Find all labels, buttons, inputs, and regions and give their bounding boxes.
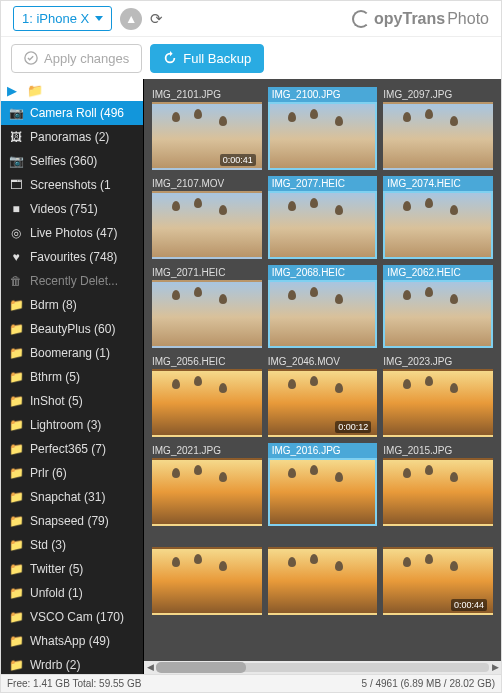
- album-icon: 📁: [9, 490, 23, 504]
- album-label: Twitter (5): [30, 562, 83, 576]
- eject-icon[interactable]: ▲: [120, 8, 142, 30]
- sidebar-item[interactable]: 📁Prlr (6): [1, 461, 143, 485]
- device-tab-icon[interactable]: ▶: [7, 83, 17, 98]
- photo-thumb[interactable]: IMG_2056.HEIC: [152, 354, 262, 437]
- album-label: WhatsApp (49): [30, 634, 110, 648]
- album-label: Selfies (360): [30, 154, 97, 168]
- sidebar-item[interactable]: 📁BeautyPlus (60): [1, 317, 143, 341]
- device-label: 1: iPhone X: [22, 11, 89, 26]
- refresh-icon[interactable]: ⟳: [150, 10, 163, 28]
- sidebar-item[interactable]: 📁Bthrm (5): [1, 365, 143, 389]
- photo-thumb[interactable]: IMG_2100.JPG: [268, 87, 378, 170]
- album-icon: 📁: [9, 442, 23, 456]
- sidebar-item[interactable]: 📁InShot (5): [1, 389, 143, 413]
- sidebar-item[interactable]: 📁VSCO Cam (170): [1, 605, 143, 629]
- photo-thumb[interactable]: IMG_2077.HEIC: [268, 176, 378, 259]
- backup-label: Full Backup: [183, 51, 251, 66]
- photo-image: [268, 102, 378, 170]
- album-icon: 🗔: [9, 178, 23, 192]
- photo-thumb[interactable]: IMG_2107.MOV: [152, 176, 262, 259]
- sidebar-item[interactable]: 📁Std (3): [1, 533, 143, 557]
- album-label: VSCO Cam (170): [30, 610, 124, 624]
- sidebar-item[interactable]: 📁Twitter (5): [1, 557, 143, 581]
- sidebar-item[interactable]: 🗔Screenshots (1: [1, 173, 143, 197]
- photo-filename: IMG_2101.JPG: [152, 87, 262, 102]
- album-icon: 📁: [9, 514, 23, 528]
- scroll-handle[interactable]: [156, 662, 246, 673]
- album-icon: 📁: [9, 418, 23, 432]
- device-selector[interactable]: 1: iPhone X: [13, 6, 112, 31]
- album-label: Perfect365 (7): [30, 442, 106, 456]
- video-duration: 0:00:41: [220, 154, 256, 166]
- pc-tab-icon[interactable]: 📁: [27, 83, 43, 98]
- full-backup-button[interactable]: Full Backup: [150, 44, 264, 73]
- sidebar-item[interactable]: 🖼Panoramas (2): [1, 125, 143, 149]
- sidebar-item[interactable]: 📁Boomerang (1): [1, 341, 143, 365]
- photo-image: [268, 280, 378, 348]
- photo-image: [152, 458, 262, 526]
- album-icon: 📁: [9, 346, 23, 360]
- photo-thumb[interactable]: IMG_2016.JPG: [268, 443, 378, 526]
- backup-icon: [163, 51, 177, 65]
- photo-image: [268, 191, 378, 259]
- sidebar-item[interactable]: 📁Wrdrb (2): [1, 653, 143, 674]
- photo-thumb[interactable]: IMG_2046.MOV0:00:12: [268, 354, 378, 437]
- photo-panel: IMG_2101.JPG0:00:41IMG_2100.JPGIMG_2097.…: [144, 79, 501, 674]
- sidebar-item[interactable]: 📷Camera Roll (496: [1, 101, 143, 125]
- sidebar-item[interactable]: 📁WhatsApp (49): [1, 629, 143, 653]
- sidebar-item[interactable]: 🗑Recently Delet...: [1, 269, 143, 293]
- sidebar-item[interactable]: 📷Selfies (360): [1, 149, 143, 173]
- photo-thumb[interactable]: IMG_2015.JPG: [383, 443, 493, 526]
- album-icon: 🖼: [9, 130, 23, 144]
- sidebar-item[interactable]: 📁Snapseed (79): [1, 509, 143, 533]
- photo-filename: IMG_2056.HEIC: [152, 354, 262, 369]
- scroll-left-arrow[interactable]: ◀: [144, 661, 156, 674]
- album-icon: 📁: [9, 322, 23, 336]
- photo-image: [383, 369, 493, 437]
- sidebar-item[interactable]: 📁Bdrm (8): [1, 293, 143, 317]
- photo-image: 0:00:12: [268, 369, 378, 437]
- album-label: Bthrm (5): [30, 370, 80, 384]
- photo-thumb[interactable]: IMG_2062.HEIC: [383, 265, 493, 348]
- photo-thumb[interactable]: IMG_2021.JPG: [152, 443, 262, 526]
- album-list[interactable]: 📷Camera Roll (496🖼Panoramas (2)📷Selfies …: [1, 101, 143, 674]
- photo-image: [152, 280, 262, 348]
- album-icon: 📁: [9, 298, 23, 312]
- sidebar: ▶ 📁 📷Camera Roll (496🖼Panoramas (2)📷Self…: [1, 79, 144, 674]
- photo-thumb[interactable]: IMG_2068.HEIC: [268, 265, 378, 348]
- scroll-right-arrow[interactable]: ▶: [489, 661, 501, 674]
- photo-image: [152, 369, 262, 437]
- album-label: Screenshots (1: [30, 178, 111, 192]
- sidebar-item[interactable]: 📁Perfect365 (7): [1, 437, 143, 461]
- photo-thumb[interactable]: IMG_2074.HEIC: [383, 176, 493, 259]
- album-label: Snapseed (79): [30, 514, 109, 528]
- photo-thumb[interactable]: IMG_2023.JPG: [383, 354, 493, 437]
- sidebar-item[interactable]: 📁Lightroom (3): [1, 413, 143, 437]
- main: ▶ 📁 📷Camera Roll (496🖼Panoramas (2)📷Self…: [1, 79, 501, 674]
- album-label: InShot (5): [30, 394, 83, 408]
- sidebar-item[interactable]: ◎Live Photos (47): [1, 221, 143, 245]
- photo-filename: IMG_2015.JPG: [383, 443, 493, 458]
- sidebar-item[interactable]: ■Videos (751): [1, 197, 143, 221]
- photo-thumb[interactable]: IMG_2101.JPG0:00:41: [152, 87, 262, 170]
- album-label: Snapchat (31): [30, 490, 105, 504]
- photo-thumb[interactable]: IMG_2071.HEIC: [152, 265, 262, 348]
- sidebar-item[interactable]: 📁Snapchat (31): [1, 485, 143, 509]
- photo-filename: IMG_2100.JPG: [268, 87, 378, 102]
- photo-thumb[interactable]: 0:00:44: [383, 532, 493, 615]
- photo-grid[interactable]: IMG_2101.JPG0:00:41IMG_2100.JPGIMG_2097.…: [144, 79, 501, 661]
- album-label: Prlr (6): [30, 466, 67, 480]
- sidebar-item[interactable]: 📁Unfold (1): [1, 581, 143, 605]
- apply-label: Apply changes: [44, 51, 129, 66]
- photo-filename: IMG_2046.MOV: [268, 354, 378, 369]
- album-icon: 📁: [9, 394, 23, 408]
- album-icon: 🗑: [9, 274, 23, 288]
- album-icon: ◎: [9, 226, 23, 240]
- sidebar-item[interactable]: ♥Favourites (748): [1, 245, 143, 269]
- horizontal-scrollbar[interactable]: ◀ ▶: [144, 661, 501, 674]
- photo-thumb[interactable]: [268, 532, 378, 615]
- photo-image: [383, 102, 493, 170]
- photo-thumb[interactable]: IMG_2097.JPG: [383, 87, 493, 170]
- photo-thumb[interactable]: [152, 532, 262, 615]
- apply-changes-button[interactable]: Apply changes: [11, 44, 142, 73]
